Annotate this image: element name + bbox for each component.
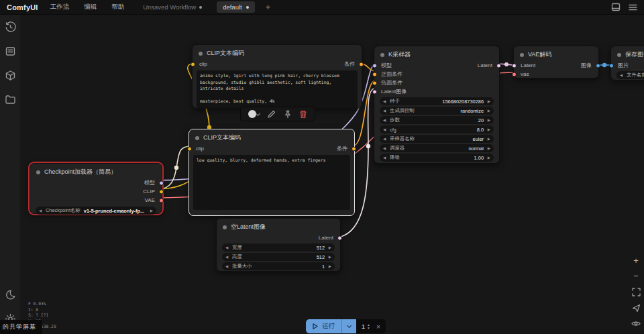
toggle-links-eye-icon[interactable] bbox=[631, 320, 641, 327]
tab-default[interactable]: default bbox=[217, 1, 255, 13]
prompt-textarea[interactable]: low quality, blurry, deformed hands, ext… bbox=[193, 155, 350, 210]
collapse-dot[interactable] bbox=[520, 53, 524, 57]
edit-pen-icon[interactable] bbox=[267, 110, 276, 119]
batch-count[interactable]: 1 ▴▾ bbox=[356, 319, 375, 333]
folder-icon[interactable] bbox=[5, 94, 16, 105]
comfyui-app: ComfyUI 工作流 编辑 帮助 Unsaved Workflow defau… bbox=[0, 0, 644, 334]
run-options-button[interactable] bbox=[341, 319, 356, 333]
stat-line: S: ? [?] bbox=[28, 313, 56, 319]
collapse-dot[interactable] bbox=[36, 170, 40, 174]
port-vae-input[interactable] bbox=[512, 72, 517, 76]
widget-height[interactable]: 高度 512 bbox=[222, 253, 335, 261]
menu-workflow[interactable]: 工作流 bbox=[48, 1, 72, 13]
zoom-out-button[interactable]: − bbox=[631, 272, 641, 280]
batch-count-value: 1 bbox=[362, 323, 365, 330]
run-label: 运行 bbox=[322, 322, 335, 331]
collapse-dot[interactable] bbox=[223, 225, 227, 229]
port-positive-label: 正面条件 bbox=[381, 70, 402, 78]
new-tab-button[interactable]: + bbox=[266, 2, 271, 12]
unsaved-dot bbox=[199, 6, 202, 9]
widget-filename-prefix[interactable]: 文件名前缀 bbox=[616, 71, 644, 79]
port-model-output[interactable] bbox=[159, 180, 164, 185]
theme-moon-icon[interactable] bbox=[5, 289, 16, 300]
fit-view-icon[interactable] bbox=[632, 288, 641, 296]
port-clip-input[interactable] bbox=[191, 62, 195, 66]
zoom-in-button[interactable]: + bbox=[631, 257, 641, 265]
stat-line: F 0.03% bbox=[28, 301, 56, 307]
widget-label: cfg bbox=[390, 127, 396, 133]
widget-label: 步数 bbox=[390, 117, 400, 123]
workflow-name[interactable]: Unsaved Workflow bbox=[143, 3, 202, 11]
port-conditioning-output[interactable] bbox=[359, 62, 364, 66]
models-icon[interactable] bbox=[5, 70, 16, 81]
collapse-dot[interactable] bbox=[195, 136, 199, 140]
collapse-dot[interactable] bbox=[380, 53, 384, 57]
node-clip-text-encode-positive[interactable]: CLIP文本编码 clip 条件 anime style, 1girl with… bbox=[192, 44, 362, 109]
node-vae-decode[interactable]: VAE解码 Latent 图像 vae bbox=[513, 46, 599, 78]
queue-icon[interactable] bbox=[5, 46, 16, 57]
port-vae-output[interactable] bbox=[159, 198, 164, 203]
menu-help[interactable]: 帮助 bbox=[109, 1, 127, 13]
widget-sampler-name[interactable]: 采样器名称 euler bbox=[380, 135, 494, 143]
port-negative-label: 负面条件 bbox=[381, 79, 402, 87]
menu-hamburger-icon[interactable] bbox=[629, 3, 637, 11]
pin-icon[interactable] bbox=[284, 110, 292, 119]
panel-toggle-icon[interactable] bbox=[611, 3, 621, 11]
widget-cfg[interactable]: cfg 8.0 bbox=[380, 125, 494, 133]
port-latent-out-label: Latent bbox=[478, 62, 492, 68]
port-image-output[interactable] bbox=[596, 63, 600, 68]
collapse-dot[interactable] bbox=[199, 52, 203, 56]
widget-seed[interactable]: 种子 156680208730286 bbox=[380, 97, 494, 105]
run-button[interactable]: 运行 bbox=[306, 319, 341, 333]
node-title: 空Latent图像 bbox=[231, 223, 266, 231]
left-sidebar bbox=[0, 15, 20, 334]
node-empty-latent-image[interactable]: 空Latent图像 Latent 宽度 512 高度 512 批量大小 1 bbox=[216, 218, 341, 272]
port-conditioning-output[interactable] bbox=[352, 146, 356, 151]
node-title: Checkpoint加载器（简易） bbox=[44, 168, 117, 176]
port-vae-label: vae bbox=[521, 71, 529, 77]
widget-label: 采样器名称 bbox=[390, 135, 415, 142]
history-icon[interactable] bbox=[5, 21, 16, 33]
port-latent-input[interactable] bbox=[512, 63, 517, 68]
widget-batch-size[interactable]: 批量大小 1 bbox=[222, 262, 335, 270]
node-save-image[interactable]: 保存图像 图片 文件名前缀 bbox=[610, 46, 644, 80]
prompt-textarea[interactable]: anime style, 1girl with long pink hair, … bbox=[197, 70, 358, 108]
widget-label: 种子 bbox=[390, 98, 400, 105]
widget-value: 8.0 bbox=[477, 127, 484, 133]
port-latent-image-label: Latent图像 bbox=[381, 88, 407, 95]
port-image-input[interactable] bbox=[609, 63, 614, 68]
play-icon bbox=[313, 323, 318, 329]
select-mode-icon[interactable] bbox=[632, 304, 641, 313]
port-clip-input[interactable] bbox=[187, 146, 192, 151]
port-latent-output[interactable] bbox=[337, 235, 342, 240]
node-clip-text-encode-negative[interactable]: CLIP文本编码 clip 条件 low quality, blurry, de… bbox=[189, 129, 355, 216]
widget-scheduler[interactable]: 调度器 normal bbox=[380, 144, 494, 152]
port-negative-input[interactable] bbox=[372, 80, 377, 85]
port-clip-label: CLIP bbox=[143, 188, 155, 194]
widget-label: 批量大小 bbox=[232, 263, 252, 270]
stat-line: I: 0 bbox=[28, 307, 56, 313]
port-model-input[interactable] bbox=[372, 63, 377, 68]
node-title: CLIP文本编码 bbox=[203, 133, 241, 142]
count-stepper[interactable]: ▴▾ bbox=[368, 323, 370, 329]
port-clip-output[interactable] bbox=[159, 189, 164, 194]
node-color-button[interactable] bbox=[248, 110, 260, 118]
widget-label: 宽度 bbox=[232, 244, 242, 251]
widget-denoise[interactable]: 降噪 1.00 bbox=[380, 154, 494, 162]
delete-trash-icon[interactable] bbox=[299, 110, 307, 119]
port-latent-output[interactable] bbox=[496, 63, 501, 68]
node-ksampler[interactable]: K采样器 模型 Latent 正面条件 负面条件 Latent图像 种子 156… bbox=[374, 46, 500, 164]
widget-width[interactable]: 宽度 512 bbox=[222, 243, 335, 252]
widget-label: 调度器 bbox=[390, 145, 405, 152]
clear-count-button[interactable]: × bbox=[375, 319, 386, 333]
port-latent-image-input[interactable] bbox=[372, 89, 377, 94]
widget-steps[interactable]: 步数 20 bbox=[380, 116, 494, 124]
widget-value: v1-5-pruned-emaonly-fp... bbox=[84, 208, 144, 214]
collapse-dot[interactable] bbox=[617, 53, 621, 57]
port-positive-input[interactable] bbox=[372, 72, 377, 76]
widget-ckpt-name[interactable]: Checkpoint名称 v1-5-pruned-emaonly-fp... bbox=[36, 207, 156, 215]
node-checkpoint-loader[interactable]: Checkpoint加载器（简易） 模型 CLIP VAE Checkpoint… bbox=[30, 163, 162, 214]
menu-edit[interactable]: 编辑 bbox=[81, 1, 99, 13]
widget-control-after-generate[interactable]: 生成后控制 randomize bbox=[380, 107, 494, 115]
widget-value: 512 bbox=[317, 245, 325, 251]
